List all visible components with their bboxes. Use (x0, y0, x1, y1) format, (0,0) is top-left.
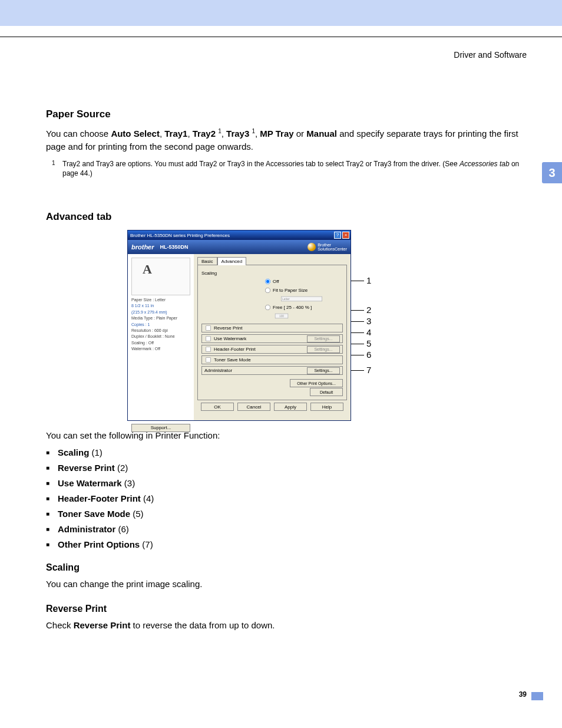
brand-logo: brother (131, 243, 154, 251)
ok-button[interactable]: OK (201, 403, 234, 411)
callout-6: 6 (366, 350, 371, 360)
callout-7: 7 (366, 365, 371, 375)
model-label: HL-5350DN (160, 244, 189, 250)
scaling-text: You can change the print image scaling. (46, 578, 527, 591)
free-percent-input[interactable] (275, 314, 288, 318)
help-button[interactable]: Help (310, 403, 343, 411)
chapter-tab: 3 (542, 162, 562, 183)
header-footer-settings-button[interactable]: Settings... (307, 346, 340, 353)
function-list: Scaling (1) Reverse Print (2) Use Waterm… (46, 447, 527, 549)
close-icon[interactable]: × (342, 232, 349, 239)
apply-button[interactable]: Apply (274, 403, 307, 411)
heading-paper-source: Paper Source (46, 108, 527, 120)
header-footer-checkbox[interactable]: Header-Footer PrintSettings... (201, 345, 343, 354)
fit-size-select[interactable] (281, 297, 322, 301)
tab-basic[interactable]: Basic (197, 257, 217, 265)
dialog-title: Brother HL-5350DN series Printing Prefer… (130, 233, 333, 238)
radio-off[interactable]: Off (264, 278, 343, 285)
callout-1: 1 (366, 275, 371, 285)
use-watermark-checkbox[interactable]: Use WatermarkSettings... (201, 334, 343, 343)
callout-5: 5 (366, 338, 371, 348)
advanced-intro: You can set the following in Printer Fun… (46, 429, 527, 442)
administrator-settings-button[interactable]: Settings... (307, 367, 340, 374)
radio-free[interactable]: Free [ 25 - 400 % ] (264, 304, 343, 311)
heading-reverse-print: Reverse Print (46, 604, 527, 614)
page-preview: A (131, 258, 190, 295)
callout-2: 2 (366, 305, 371, 315)
heading-advanced-tab: Advanced tab (46, 211, 527, 223)
section-header: Driver and Software (454, 50, 527, 60)
scaling-label: Scaling (201, 271, 225, 276)
callout-3: 3 (366, 316, 371, 326)
support-button[interactable]: Support... (131, 424, 190, 432)
cancel-button[interactable]: Cancel (237, 403, 270, 411)
callout-4: 4 (366, 327, 371, 337)
solutions-center-link[interactable]: BrotherSolutionsCenter (308, 243, 347, 251)
default-button[interactable]: Default (310, 388, 343, 396)
printing-preferences-dialog: Brother HL-5350DN series Printing Prefer… (127, 230, 351, 421)
watermark-settings-button[interactable]: Settings... (307, 335, 340, 342)
heading-scaling: Scaling (46, 562, 527, 573)
reverse-print-checkbox[interactable]: Reverse Print (201, 324, 343, 332)
administrator-row: AdministratorSettings... (201, 366, 343, 375)
tab-advanced[interactable]: Advanced (217, 257, 247, 265)
page-number: 39 (519, 690, 527, 699)
footnote-1: 1 Tray2 and Tray3 are options. You must … (46, 159, 527, 179)
reverse-text: Check Reverse Print to reverse the data … (46, 619, 527, 632)
other-print-options-button[interactable]: Other Print Options... (290, 379, 343, 387)
solutions-center-icon (308, 243, 316, 251)
paper-source-paragraph: You can choose Auto Select, Tray1, Tray2… (46, 127, 527, 153)
radio-fit[interactable]: Fit to Paper Size (264, 286, 343, 294)
toner-save-checkbox[interactable]: Toner Save Mode (201, 355, 343, 364)
help-icon[interactable]: ? (334, 232, 341, 239)
